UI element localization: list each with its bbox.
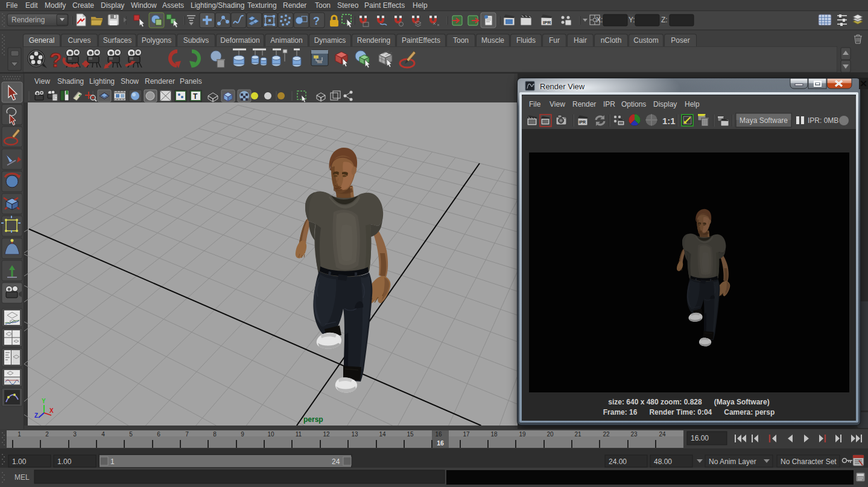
svg-text:6: 6 — [157, 431, 160, 438]
svg-text:1.00: 1.00 — [57, 457, 72, 466]
svg-text:Rendering: Rendering — [11, 16, 45, 24]
svg-text:No Character Set: No Character Set — [781, 457, 837, 466]
svg-text:24: 24 — [332, 457, 340, 466]
svg-text:5: 5 — [129, 431, 133, 438]
svg-text:21: 21 — [574, 431, 581, 438]
svg-text:16.00: 16.00 — [691, 434, 709, 442]
svg-text:48.00: 48.00 — [654, 457, 672, 466]
svg-text:7: 7 — [185, 431, 189, 438]
svg-text:18: 18 — [490, 431, 498, 438]
svg-text:1.00: 1.00 — [12, 457, 27, 466]
svg-text:No Anim Layer: No Anim Layer — [709, 457, 756, 466]
svg-text:Maya Software: Maya Software — [740, 116, 788, 125]
svg-text:IPR: IPR — [579, 120, 586, 124]
svg-text:1:1: 1:1 — [662, 116, 676, 126]
svg-text:1: 1 — [110, 457, 115, 466]
svg-text:15: 15 — [407, 431, 414, 438]
svg-text:Render View: Render View — [540, 82, 585, 91]
svg-text:12: 12 — [323, 431, 330, 438]
svg-text:MEL: MEL — [14, 473, 30, 482]
svg-text:13: 13 — [351, 431, 358, 438]
svg-text:20: 20 — [546, 431, 554, 438]
svg-text:Z: Z — [34, 412, 38, 419]
svg-text:14: 14 — [379, 431, 386, 438]
svg-text:IPR: IPR — [543, 20, 551, 25]
svg-text:X:: X: — [596, 16, 603, 24]
svg-text:24: 24 — [659, 431, 666, 438]
svg-text:X: X — [49, 407, 54, 414]
svg-text:IPR: 0MB: IPR: 0MB — [808, 116, 838, 125]
svg-text:22: 22 — [603, 431, 610, 438]
svg-text:17: 17 — [463, 431, 470, 438]
svg-text:19: 19 — [519, 431, 526, 438]
svg-text:?: ? — [313, 15, 320, 27]
svg-text:T: T — [193, 92, 198, 101]
svg-text:2: 2 — [45, 431, 49, 438]
svg-text:?: ? — [49, 48, 62, 71]
svg-text:11: 11 — [296, 431, 302, 438]
svg-text:8: 8 — [213, 431, 217, 438]
svg-text:9: 9 — [241, 431, 244, 438]
svg-text:3: 3 — [73, 431, 77, 438]
svg-text:24.00: 24.00 — [609, 457, 627, 466]
svg-text:Y: Y — [42, 398, 46, 404]
svg-text:10: 10 — [267, 431, 274, 438]
svg-text:16: 16 — [435, 431, 442, 438]
svg-text:Z:: Z: — [661, 16, 668, 24]
svg-text:4: 4 — [101, 431, 105, 438]
svg-text:1: 1 — [17, 431, 21, 438]
svg-text:23: 23 — [630, 431, 638, 438]
svg-text:Y:: Y: — [629, 16, 635, 24]
svg-text:16: 16 — [437, 439, 444, 447]
svg-text:persp: persp — [303, 415, 323, 424]
